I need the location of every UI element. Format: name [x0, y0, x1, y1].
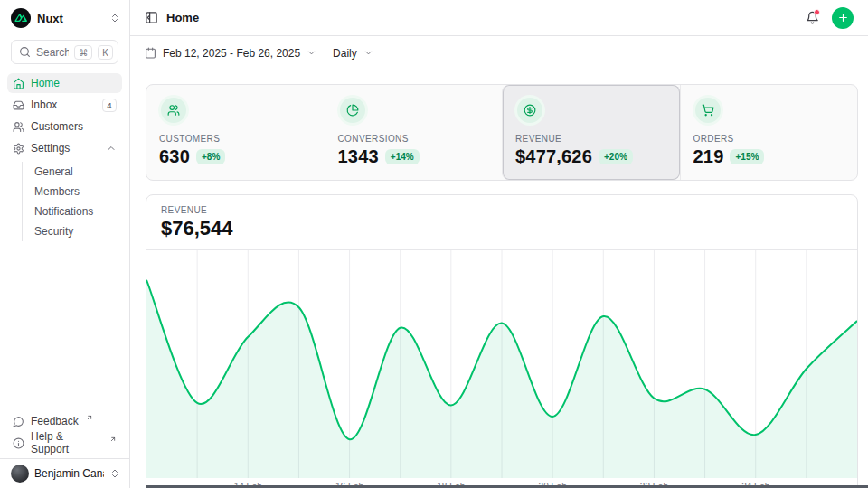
search-input[interactable]: Search... ⌘ K: [11, 40, 118, 64]
period-select[interactable]: Daily: [333, 47, 373, 60]
stat-label: REVENUE: [515, 134, 667, 144]
stat-label: CONVERSIONS: [338, 134, 490, 144]
external-link-icon: [86, 414, 93, 421]
main-panel: Home Feb 12, 2: [130, 0, 868, 488]
date-range-picker[interactable]: Feb 12, 2025 - Feb 26, 2025: [145, 47, 316, 60]
sidebar-item-label: Home: [31, 77, 117, 89]
revenue-chart-svg: [146, 250, 857, 478]
settings-subnav: General Members Notifications Security: [22, 162, 122, 241]
help-support-label: Help & Support: [31, 430, 102, 455]
help-support-link[interactable]: Help & Support: [7, 433, 122, 453]
user-name: Benjamin Canac: [34, 467, 104, 480]
sidebar-item-general[interactable]: General: [34, 162, 122, 182]
sidebar-item-customers[interactable]: Customers: [7, 117, 122, 136]
stat-conversions[interactable]: CONVERSIONS 1343 +14%: [325, 85, 503, 180]
notification-dot: [814, 9, 820, 15]
sidebar: Nuxt Search... ⌘ K Home: [0, 0, 130, 488]
sidebar-item-members[interactable]: Members: [34, 182, 122, 202]
chevrons-up-down-icon: [109, 468, 120, 479]
chevron-down-icon: [363, 48, 373, 58]
chevron-up-icon: [106, 143, 117, 154]
chart-metric-value: $76,544: [161, 217, 843, 240]
inbox-icon: [13, 99, 24, 111]
sidebar-item-notifications[interactable]: Notifications: [34, 202, 122, 221]
kbd-k: K: [98, 45, 113, 60]
sidebar-item-label: Settings: [31, 142, 99, 155]
avatar: [11, 465, 29, 483]
period-value: Daily: [333, 47, 357, 60]
calendar-icon: [145, 47, 156, 59]
user-menu[interactable]: Benjamin Canac: [0, 458, 129, 488]
feedback-link[interactable]: Feedback: [7, 411, 122, 431]
sidebar-item-label: Customers: [31, 120, 117, 133]
stat-delta-badge: +14%: [385, 149, 420, 164]
app-window: Nuxt Search... ⌘ K Home: [0, 0, 868, 488]
notifications-button[interactable]: [801, 7, 823, 29]
stat-value: 630: [159, 146, 190, 167]
stat-label: CUSTOMERS: [159, 134, 312, 144]
dashboard-content: CUSTOMERS 630 +8% CONVERSIONS 1343 +14%: [130, 70, 868, 488]
info-circle-icon: [13, 437, 24, 449]
search-icon: [19, 46, 31, 58]
home-icon: [13, 78, 24, 89]
date-range-value: Feb 12, 2025 - Feb 26, 2025: [163, 47, 300, 60]
pie-chart-icon: [340, 98, 365, 123]
workspace-switcher[interactable]: Nuxt: [0, 0, 129, 35]
stat-value: $477,626: [515, 146, 592, 167]
sidebar-item-home[interactable]: Home: [7, 73, 122, 93]
stat-value: 1343: [338, 146, 379, 167]
dollar-circle-icon: [517, 98, 542, 123]
chart-header: REVENUE $76,544: [146, 195, 857, 250]
shopping-cart-icon: [695, 98, 721, 123]
page-header: Home: [130, 0, 868, 36]
panel-left-close-icon[interactable]: [145, 11, 158, 24]
stat-revenue[interactable]: REVENUE $477,626 +20%: [502, 85, 680, 180]
chevron-down-icon: [307, 48, 316, 58]
add-button[interactable]: [832, 7, 854, 29]
stat-orders[interactable]: ORDERS 219 +15%: [680, 85, 858, 180]
stats-strip: CUSTOMERS 630 +8% CONVERSIONS 1343 +14%: [146, 84, 858, 181]
sidebar-item-inbox[interactable]: Inbox 4: [7, 95, 122, 115]
message-bubble-icon: [13, 416, 24, 427]
sidebar-footer-links: Feedback Help & Support: [0, 411, 129, 458]
stat-label: ORDERS: [693, 134, 845, 144]
search-placeholder: Search...: [36, 46, 69, 59]
inbox-count-badge: 4: [102, 99, 117, 112]
stat-delta-badge: +15%: [730, 149, 764, 164]
stat-value: 219: [693, 146, 724, 167]
external-link-icon: [109, 436, 117, 443]
nuxt-logo-icon: [11, 8, 31, 28]
stat-delta-badge: +8%: [196, 149, 225, 164]
users-icon: [13, 121, 24, 133]
stat-customers[interactable]: CUSTOMERS 630 +8%: [146, 85, 325, 180]
revenue-chart-card: REVENUE $76,544 14 Feb16 Feb18 Feb20 Feb…: [146, 194, 858, 488]
revenue-area-chart[interactable]: [146, 250, 857, 478]
feedback-label: Feedback: [31, 415, 79, 427]
workspace-name: Nuxt: [37, 12, 103, 25]
sidebar-item-settings[interactable]: Settings: [7, 138, 122, 158]
sidebar-item-label: Inbox: [31, 99, 96, 111]
page-title: Home: [166, 11, 199, 24]
sidebar-nav: Home Inbox 4 Customers Settings: [0, 73, 129, 243]
sidebar-item-security[interactable]: Security: [34, 221, 122, 241]
plus-icon: [837, 12, 849, 23]
stat-delta-badge: +20%: [599, 149, 633, 164]
chevrons-up-down-icon: [109, 13, 120, 23]
chart-metric-label: REVENUE: [161, 205, 843, 215]
filters-toolbar: Feb 12, 2025 - Feb 26, 2025 Daily: [130, 36, 868, 70]
gear-icon: [13, 143, 24, 155]
kbd-cmd: ⌘: [74, 45, 92, 60]
users-icon: [161, 98, 186, 123]
